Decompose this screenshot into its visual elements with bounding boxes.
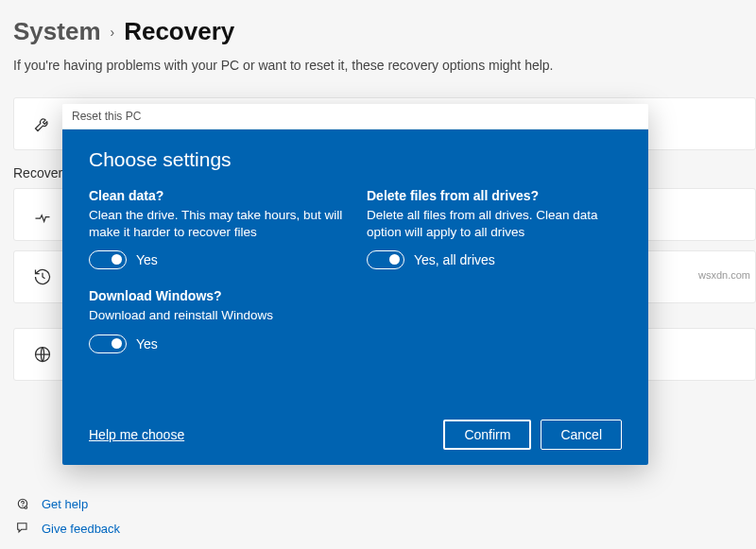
clean-data-toggle[interactable] bbox=[89, 250, 127, 269]
globe-restart-icon bbox=[29, 345, 56, 364]
cancel-button[interactable]: Cancel bbox=[541, 420, 622, 450]
chevron-right-icon: › bbox=[111, 25, 115, 40]
setting-desc: Download and reinstall Windows bbox=[89, 307, 344, 324]
setting-delete-all-drives: Delete files from all drives? Delete all… bbox=[367, 188, 622, 269]
dialog-titlebar: Reset this PC bbox=[62, 104, 648, 129]
setting-desc: Clean the drive. This may take hours, bu… bbox=[89, 207, 344, 241]
page-subtitle: If you're having problems with your PC o… bbox=[13, 58, 756, 73]
give-feedback-label: Give feedback bbox=[42, 522, 120, 536]
setting-desc: Delete all files from all drives. Clean … bbox=[367, 207, 622, 241]
settings-grid: Clean data? Clean the drive. This may ta… bbox=[89, 188, 622, 372]
breadcrumb-parent[interactable]: System bbox=[13, 17, 101, 46]
settings-col-right: Delete files from all drives? Delete all… bbox=[367, 188, 622, 372]
toggle-label: Yes bbox=[136, 336, 158, 352]
reset-pc-dialog: Reset this PC Choose settings Clean data… bbox=[62, 104, 648, 465]
help-icon bbox=[15, 496, 30, 511]
toggle-row: Yes, all drives bbox=[367, 250, 622, 269]
dialog-footer: Help me choose Confirm Cancel bbox=[89, 410, 622, 450]
setting-title: Download Windows? bbox=[89, 288, 344, 303]
history-icon bbox=[29, 267, 56, 286]
toggle-row: Yes bbox=[89, 335, 344, 353]
watermark: wsxdn.com bbox=[698, 269, 750, 281]
setting-title: Clean data? bbox=[89, 188, 344, 203]
dialog-button-row: Confirm Cancel bbox=[443, 420, 622, 450]
dialog-body: Choose settings Clean data? Clean the dr… bbox=[62, 129, 648, 465]
dialog-heading: Choose settings bbox=[89, 148, 622, 171]
give-feedback-link[interactable]: Give feedback bbox=[15, 521, 120, 536]
confirm-button[interactable]: Confirm bbox=[443, 420, 531, 450]
get-help-link[interactable]: Get help bbox=[15, 496, 120, 511]
toggle-label: Yes, all drives bbox=[414, 252, 495, 267]
delete-all-drives-toggle[interactable] bbox=[367, 250, 404, 269]
breadcrumb-current: Recovery bbox=[124, 17, 234, 46]
wrench-icon bbox=[29, 114, 56, 133]
feedback-icon bbox=[15, 521, 30, 536]
download-windows-toggle[interactable] bbox=[89, 335, 127, 353]
setting-title: Delete files from all drives? bbox=[367, 188, 622, 203]
toggle-label: Yes bbox=[136, 252, 158, 267]
get-help-label: Get help bbox=[42, 497, 88, 511]
footer-links: Get help Give feedback bbox=[15, 487, 120, 536]
breadcrumb: System › Recovery bbox=[13, 17, 756, 46]
svg-point-2 bbox=[25, 506, 27, 509]
settings-col-left: Clean data? Clean the drive. This may ta… bbox=[89, 188, 344, 372]
help-me-choose-link[interactable]: Help me choose bbox=[89, 427, 184, 442]
setting-download-windows: Download Windows? Download and reinstall… bbox=[89, 288, 344, 352]
setting-clean-data: Clean data? Clean the drive. This may ta… bbox=[89, 188, 344, 269]
troubleshoot-icon bbox=[29, 205, 56, 224]
toggle-row: Yes bbox=[89, 250, 344, 269]
